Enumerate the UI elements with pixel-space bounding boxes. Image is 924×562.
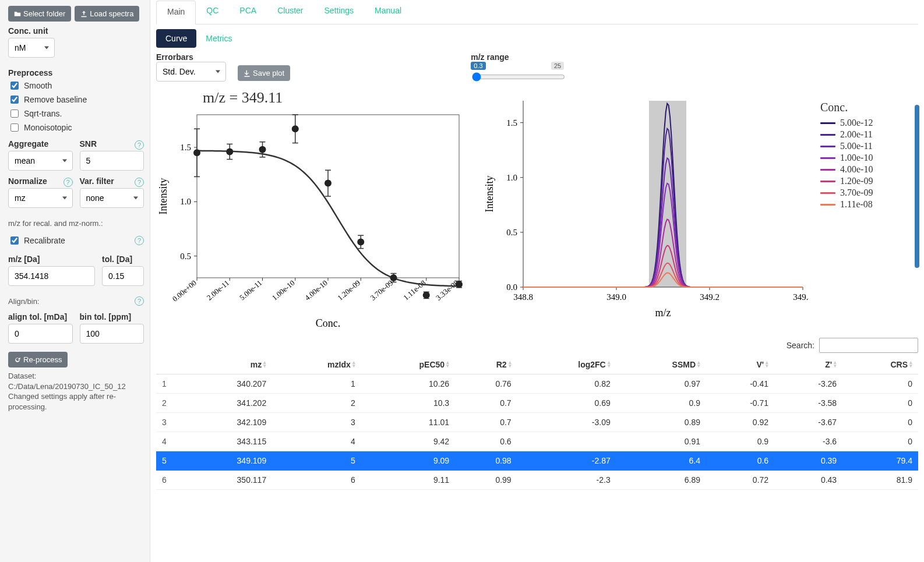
var-filter-select[interactable]: none: [80, 188, 144, 208]
table-cell: 11.01: [361, 413, 455, 432]
col-header[interactable]: R2: [455, 355, 517, 374]
svg-text:0.0: 0.0: [506, 282, 517, 292]
col-header[interactable]: V': [706, 355, 774, 374]
col-header[interactable]: mz: [179, 355, 272, 374]
recal-header: m/z for recal. and mz-norm.:: [8, 218, 144, 229]
svg-point-28: [193, 149, 200, 156]
errorbars-select[interactable]: Std. Dev.: [156, 62, 226, 82]
table-cell: 342.109: [179, 413, 272, 432]
save-plot-button[interactable]: Save plot: [238, 65, 290, 81]
help-icon[interactable]: ?: [135, 178, 144, 187]
col-header[interactable]: log2FC: [517, 355, 616, 374]
tol-da-input[interactable]: [102, 266, 144, 286]
help-icon[interactable]: ?: [135, 296, 144, 306]
table-row[interactable]: 2341.202210.30.70.690.9-0.71-3.580: [156, 394, 918, 413]
mz-range-min: 0.3: [471, 62, 485, 70]
reprocess-button[interactable]: Re-process: [8, 352, 68, 367]
col-header[interactable]: pEC50: [361, 355, 455, 374]
recalibrate-checkbox[interactable]: [10, 236, 19, 245]
scroll-indicator[interactable]: [915, 105, 919, 268]
tab-manual[interactable]: Manual: [364, 0, 412, 24]
curve-chart: m/z = 349.11 0.51.01.50.00e+002.00e-115.…: [156, 89, 471, 332]
align-tol-input[interactable]: [8, 324, 73, 344]
tab-pca[interactable]: PCA: [229, 0, 267, 24]
table-row[interactable]: 4343.11549.420.60.910.9-3.60: [156, 432, 918, 451]
svg-text:Conc.: Conc.: [316, 317, 341, 329]
table-cell: 0.39: [774, 451, 842, 471]
select-folder-button[interactable]: Select folder: [8, 6, 71, 22]
tab-qc[interactable]: QC: [196, 0, 229, 24]
svg-text:0.00e+00: 0.00e+00: [171, 278, 198, 303]
col-header[interactable]: [156, 355, 179, 374]
mz-range-slider[interactable]: [472, 72, 565, 82]
conc-unit-select[interactable]: nM: [8, 38, 55, 58]
mz-da-label: m/z [Da]: [8, 255, 95, 264]
col-header[interactable]: Z': [774, 355, 842, 374]
align-tol-label: align tol. [mDa]: [8, 312, 73, 321]
svg-text:1.0: 1.0: [506, 173, 517, 182]
tol-da-label: tol. [Da]: [102, 255, 144, 264]
help-icon[interactable]: ?: [64, 178, 73, 187]
sqrt-trans-checkbox[interactable]: [10, 109, 19, 118]
aggregate-label: Aggregate: [8, 139, 73, 149]
subtab-metrics[interactable]: Metrics: [196, 29, 241, 48]
table-row[interactable]: 6350.11769.110.99-2.36.890.720.4381.9: [156, 471, 918, 490]
errorbars-label: Errorbars: [156, 52, 226, 62]
table-row[interactable]: 3342.109311.010.7-3.090.890.92-3.670: [156, 413, 918, 432]
table-cell: 1: [156, 374, 179, 394]
table-cell: 0: [842, 394, 918, 413]
table-cell: 6: [156, 471, 179, 490]
svg-point-60: [456, 281, 463, 288]
svg-text:Intensity: Intensity: [484, 176, 495, 213]
table-cell: -2.87: [517, 451, 616, 471]
tab-settings[interactable]: Settings: [314, 0, 365, 24]
table-cell: 5: [272, 451, 361, 471]
table-cell: -3.67: [774, 413, 842, 432]
mz-range-max: 25: [551, 62, 564, 70]
table-row[interactable]: 5349.10959.090.98-2.876.40.60.3979.4: [156, 451, 918, 471]
mz-da-input[interactable]: [8, 266, 95, 286]
table-cell: 349.109: [179, 451, 272, 471]
spectrum-chart: 0.00.51.01.5348.8349.0349.2349.4m/zInten…: [482, 89, 809, 324]
svg-point-32: [226, 148, 233, 155]
mz-range-label: m/z range: [471, 52, 566, 62]
svg-text:348.8: 348.8: [513, 292, 533, 302]
align-bin-label: Align/bin:: [8, 296, 39, 307]
svg-text:1.0: 1.0: [180, 197, 191, 206]
table-cell: -3.58: [774, 394, 842, 413]
smooth-checkbox[interactable]: [10, 82, 19, 90]
table-cell: 0.7: [455, 413, 517, 432]
aggregate-select[interactable]: mean: [8, 151, 73, 171]
col-header[interactable]: SSMD: [616, 355, 706, 374]
normalize-select[interactable]: mz: [8, 188, 73, 208]
table-cell: 3: [272, 413, 361, 432]
search-input[interactable]: [819, 338, 918, 353]
load-spectra-button[interactable]: Load spectra: [75, 6, 139, 22]
bin-tol-input[interactable]: [80, 324, 144, 344]
svg-point-52: [390, 274, 397, 281]
table-cell: 0: [842, 432, 918, 451]
table-cell: 2: [156, 394, 179, 413]
svg-text:m/z: m/z: [655, 307, 671, 319]
col-header[interactable]: CRS: [842, 355, 918, 374]
tab-cluster[interactable]: Cluster: [267, 0, 313, 24]
svg-text:5.00e-11: 5.00e-11: [238, 278, 263, 302]
svg-text:3.33e-08: 3.33e-08: [434, 278, 460, 302]
monoisotopic-label: Monoisotopic: [24, 123, 72, 132]
table-cell: 0.97: [616, 374, 706, 394]
table-cell: 0.99: [455, 471, 517, 490]
subtab-curve[interactable]: Curve: [156, 29, 196, 48]
table-cell: 10.26: [361, 374, 455, 394]
monoisotopic-checkbox[interactable]: [10, 123, 19, 132]
table-cell: 0: [842, 413, 918, 432]
help-icon[interactable]: ?: [135, 140, 144, 150]
snr-input[interactable]: [80, 151, 144, 171]
help-icon[interactable]: ?: [135, 236, 144, 245]
main-panel: Main QC PCA Cluster Settings Manual Curv…: [150, 0, 924, 562]
col-header[interactable]: mzIdx: [272, 355, 361, 374]
tab-main[interactable]: Main: [156, 1, 196, 24]
svg-point-56: [423, 292, 430, 299]
table-row[interactable]: 1340.207110.260.760.820.97-0.41-3.260: [156, 374, 918, 394]
table-cell: 0.98: [455, 451, 517, 471]
remove-baseline-checkbox[interactable]: [10, 96, 19, 104]
